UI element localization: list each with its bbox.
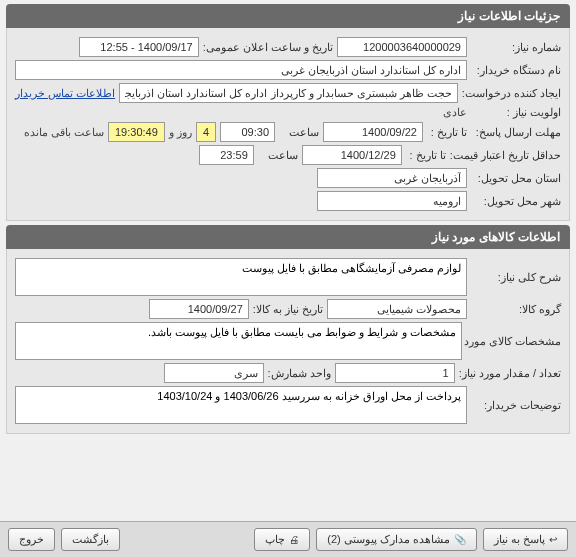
label-qty: تعداد / مقدار مورد نیاز:: [459, 367, 561, 380]
field-goods-group[interactable]: [327, 299, 467, 319]
label-hours-remaining: ساعت باقی مانده: [24, 126, 104, 139]
exit-button-label: خروج: [19, 533, 44, 546]
field-buyer-name[interactable]: [15, 60, 467, 80]
field-need-number[interactable]: [337, 37, 467, 57]
attachment-icon: 📎: [454, 534, 466, 545]
field-general-desc[interactable]: [15, 258, 467, 296]
back-button-label: بازگشت: [72, 533, 109, 546]
field-delivery-province[interactable]: [317, 168, 467, 188]
print-button-label: چاپ: [265, 533, 285, 546]
section-body-goods-info: شرح کلی نیاز: گروه کالا: تاریخ نیاز به ک…: [6, 249, 570, 434]
field-public-announce[interactable]: [79, 37, 199, 57]
field-requester[interactable]: [119, 83, 458, 103]
field-delivery-city[interactable]: [317, 191, 467, 211]
section-header-goods-info: اطلاعات کالاهای مورد نیاز: [6, 225, 570, 249]
label-need-date-goods: تاریخ نیاز به کالا:: [253, 303, 323, 316]
field-unit[interactable]: [164, 363, 264, 383]
back-button[interactable]: بازگشت: [61, 528, 120, 551]
label-until-date-2: تا تاریخ :: [406, 149, 446, 162]
label-goods-spec: مشخصات کالای مورد نیاز:: [466, 335, 561, 348]
label-until-date-1: تا تاریخ :: [427, 126, 467, 139]
label-buyer-notes: توضیحات خریدار:: [471, 399, 561, 412]
label-min-credit-date: حداقل تاریخ اعتبار قیمت:: [450, 149, 561, 162]
label-priority: اولویت نیاز :: [471, 106, 561, 119]
badge-time-left: 19:30:49: [108, 122, 165, 142]
footer-toolbar: ↩ پاسخ به نیاز 📎 مشاهده مدارک پیوستی (2)…: [0, 521, 576, 557]
field-need-date-goods[interactable]: [149, 299, 249, 319]
value-priority: عادی: [443, 106, 467, 119]
attachments-button[interactable]: 📎 مشاهده مدارک پیوستی (2): [316, 528, 477, 551]
field-goods-spec[interactable]: [15, 322, 462, 360]
field-qty[interactable]: [335, 363, 455, 383]
reply-icon: ↩: [549, 534, 557, 545]
label-requester: ایجاد کننده درخواست:: [462, 87, 561, 100]
field-deadline-time[interactable]: [220, 122, 275, 142]
label-hour-1: ساعت: [279, 126, 319, 139]
field-buyer-notes[interactable]: [15, 386, 467, 424]
label-general-desc: شرح کلی نیاز:: [471, 271, 561, 284]
label-unit: واحد شمارش:: [268, 367, 331, 380]
section-body-need-info: شماره نیاز: تاریخ و ساعت اعلان عمومی: نا…: [6, 28, 570, 221]
attachments-button-label: مشاهده مدارک پیوستی (2): [327, 533, 450, 546]
label-goods-group: گروه کالا:: [471, 303, 561, 316]
section-header-need-info: جزئیات اطلاعات نیاز: [6, 4, 570, 28]
link-contact-buyer[interactable]: اطلاعات تماس خریدار: [15, 87, 115, 100]
respond-button[interactable]: ↩ پاسخ به نیاز: [483, 528, 568, 551]
label-need-number: شماره نیاز:: [471, 41, 561, 54]
label-public-announce: تاریخ و ساعت اعلان عمومی:: [203, 41, 333, 54]
respond-button-label: پاسخ به نیاز: [494, 533, 545, 546]
badge-days-left: 4: [196, 122, 216, 142]
label-response-deadline: مهلت ارسال پاسخ:: [471, 126, 561, 139]
label-hour-2: ساعت: [258, 149, 298, 162]
field-credit-time[interactable]: [199, 145, 254, 165]
label-delivery-province: استان محل تحویل:: [471, 172, 561, 185]
printer-icon: 🖨: [289, 534, 299, 545]
field-deadline-date[interactable]: [323, 122, 423, 142]
print-button[interactable]: 🖨 چاپ: [254, 528, 310, 551]
label-days-and: روز و: [169, 126, 192, 139]
label-delivery-city: شهر محل تحویل:: [471, 195, 561, 208]
label-buyer-name: نام دستگاه خریدار:: [471, 64, 561, 77]
field-credit-date[interactable]: [302, 145, 402, 165]
exit-button[interactable]: خروج: [8, 528, 55, 551]
